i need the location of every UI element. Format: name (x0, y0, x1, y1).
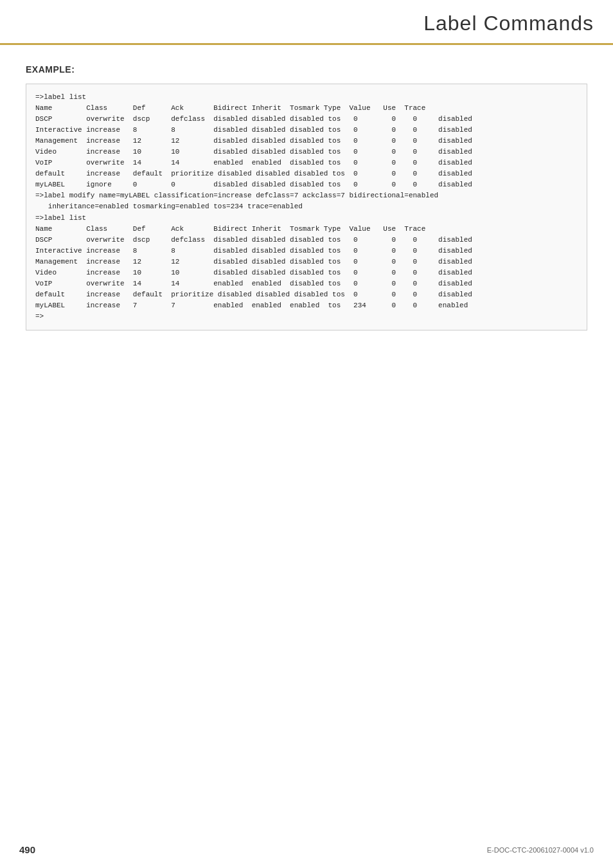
page-number: 490 (19, 844, 35, 855)
code-block: =>label list Name Class Def Ack Bidirect… (26, 84, 587, 330)
page-header: Label Commands (0, 0, 613, 45)
page-title: Label Commands (423, 12, 594, 35)
page-footer: 490 E-DOC-CTC-20061027-0004 v1.0 (0, 844, 613, 855)
footer-doc-id: E-DOC-CTC-20061027-0004 v1.0 (487, 846, 594, 854)
example-label: EXAMPLE: (26, 64, 587, 75)
page-content: EXAMPLE: =>label list Name Class Def Ack… (0, 45, 613, 350)
